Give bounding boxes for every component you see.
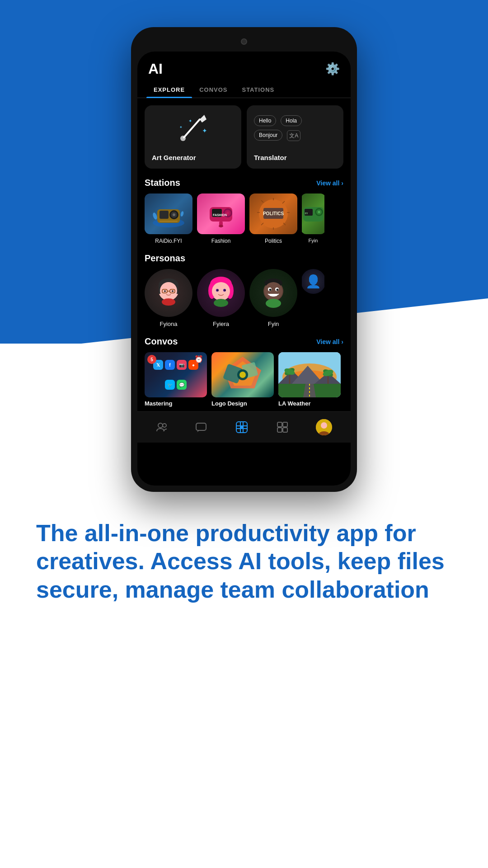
phone-wrapper: AI ⚙️ EXPLORE CONVOS STATIONS (0, 0, 488, 492)
personas-section-header: Personas (137, 253, 351, 264)
svg-point-50 (162, 298, 175, 306)
convo-weather-label: LA Weather (278, 400, 341, 407)
la-weather-art (278, 352, 341, 397)
stations-view-all[interactable]: View all › (316, 179, 343, 187)
svg-rect-94 (196, 423, 206, 430)
phone-screen: AI ⚙️ EXPLORE CONVOS STATIONS (137, 52, 351, 486)
settings-icon[interactable]: ⚙️ (325, 62, 340, 76)
station-raidio[interactable]: RAiDio.FYI (145, 193, 192, 244)
svg-text:✦: ✦ (202, 127, 207, 134)
feature-cards: ✦ ✦ ✦ Art Generator Hello Hola (137, 105, 351, 169)
station-politics[interactable]: POLITICS Politics (249, 193, 297, 244)
convo-logo-thumb (211, 352, 274, 397)
instagram-icon: 📷 (177, 360, 187, 370)
art-generator-icon-area: ✦ ✦ ✦ (152, 113, 234, 144)
convo-logo-design[interactable]: Logo Design (211, 352, 274, 407)
svg-text:FY: FY (305, 212, 308, 215)
profile-avatar (316, 419, 332, 435)
station-fashion-label: Fashion (211, 238, 231, 244)
convo-logo-label: Logo Design (211, 400, 274, 407)
convos-section-header: Convos View all › (137, 336, 351, 347)
art-generator-card[interactable]: ✦ ✦ ✦ Art Generator (145, 105, 241, 169)
stations-section-header: Stations View all › (137, 178, 351, 188)
svg-point-48 (164, 290, 166, 292)
svg-rect-101 (277, 422, 282, 427)
svg-text:✦: ✦ (188, 118, 192, 123)
convo-mastering[interactable]: 𝕏 f 📷 ● 🐦 💬 5 ⏰ Mastering (145, 352, 207, 407)
svg-rect-8 (160, 211, 169, 219)
art-generator-icon: ✦ ✦ ✦ (175, 113, 211, 144)
art-generator-label: Art Generator (152, 154, 234, 161)
logo-design-art (211, 352, 274, 397)
svg-point-106 (321, 422, 327, 429)
phone-notch (137, 33, 351, 50)
nav-people[interactable] (151, 420, 172, 435)
tab-convos[interactable]: CONVOS (192, 82, 235, 98)
phone-frame: AI ⚙️ EXPLORE CONVOS STATIONS (131, 27, 357, 492)
svg-text:FASHION: FASHION (213, 213, 227, 217)
svg-point-63 (264, 282, 282, 300)
twitter2-icon: 🐦 (165, 380, 175, 390)
persona-fyiera-label: Fyiera (213, 321, 229, 327)
persona-fyin-label: Fyin (268, 321, 279, 327)
tagline-section: The all-in-one productivity app for crea… (0, 492, 488, 640)
station-fashion[interactable]: FASHION Fashion (197, 193, 245, 244)
station-politics-thumb: POLITICS (249, 193, 297, 234)
svg-point-69 (266, 299, 281, 308)
persona-fyiera[interactable]: Fyiera (197, 269, 245, 327)
stations-title: Stations (145, 178, 180, 188)
svg-point-93 (163, 424, 166, 427)
station-politics-label: Politics (265, 238, 282, 244)
bottom-nav (137, 411, 351, 443)
stations-row: RAiDio.FYI FASHION (137, 193, 351, 244)
personas-row: Fyiona (137, 269, 351, 327)
translator-icon-area: Hello Hola Bonjour 文A (254, 113, 336, 144)
notification-badge: 5 (147, 355, 156, 364)
svg-rect-12 (160, 221, 178, 222)
profile-avatar-image (316, 419, 332, 435)
svg-point-92 (158, 423, 163, 428)
persona-fyiona[interactable]: Fyiona (145, 269, 192, 327)
convo-la-weather[interactable]: LA Weather (278, 352, 341, 407)
svg-point-55 (212, 282, 230, 300)
persona-extra-avatar: 👤 (302, 269, 324, 294)
svg-marker-1 (200, 115, 206, 123)
station-fashion-thumb: FASHION (197, 193, 245, 234)
svg-line-31 (261, 200, 263, 203)
app-header: AI ⚙️ (137, 52, 351, 82)
translator-label: Translator (254, 154, 336, 161)
convos-row: 𝕏 f 📷 ● 🐦 💬 5 ⏰ Mastering (137, 352, 351, 407)
persona-fyiona-label: Fyiona (160, 321, 177, 327)
translator-card[interactable]: Hello Hola Bonjour 文A Translator (247, 105, 343, 169)
nav-profile[interactable] (311, 417, 337, 437)
convos-title: Convos (145, 336, 178, 347)
nav-chat[interactable] (191, 420, 211, 435)
convo-weather-thumb (278, 352, 341, 397)
nav-ai[interactable] (230, 419, 253, 436)
persona-extra[interactable]: 👤 (302, 269, 324, 327)
clock-icon: ⏰ (194, 355, 203, 363)
svg-point-38 (318, 211, 320, 213)
nav-grid[interactable] (272, 420, 293, 435)
station-fyin[interactable]: FY Fyin (302, 193, 324, 244)
svg-point-14 (180, 211, 184, 217)
svg-point-67 (277, 289, 279, 291)
svg-text:✦: ✦ (179, 125, 183, 129)
tab-explore[interactable]: EXPLORE (146, 82, 192, 98)
svg-point-100 (240, 426, 243, 429)
svg-text:POLITICS: POLITICS (263, 211, 284, 216)
tab-stations[interactable]: STATIONS (235, 82, 282, 98)
tagline-text: The all-in-one productivity app for crea… (36, 519, 452, 604)
convo-mastering-label: Mastering (145, 400, 207, 407)
svg-point-59 (225, 290, 226, 291)
svg-point-75 (239, 372, 246, 378)
persona-fyin[interactable]: Fyin (249, 269, 297, 327)
convo-mastering-thumb: 𝕏 f 📷 ● 🐦 💬 5 ⏰ (145, 352, 207, 397)
grid-icon (277, 421, 288, 433)
svg-line-25 (282, 201, 285, 203)
personas-title: Personas (145, 253, 185, 264)
convos-view-all[interactable]: View all › (316, 338, 343, 345)
app-title: AI (148, 61, 163, 77)
tab-bar: EXPLORE CONVOS STATIONS (137, 82, 351, 98)
camera-dot (241, 38, 247, 45)
